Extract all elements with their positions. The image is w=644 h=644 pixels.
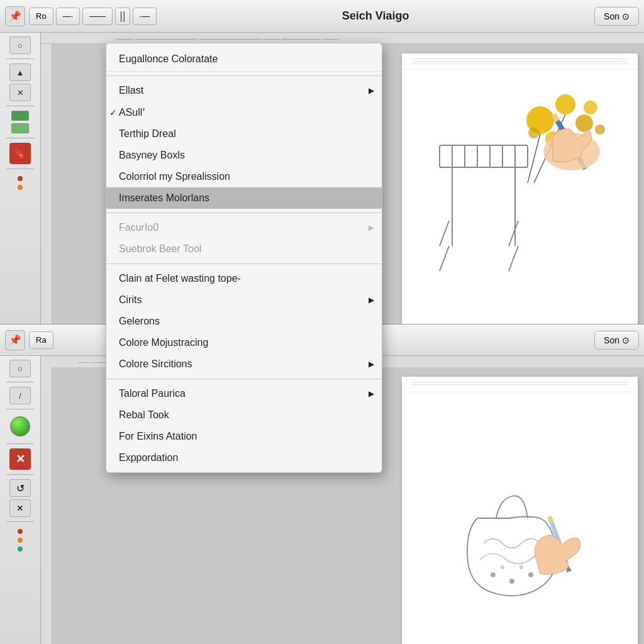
menu-item-taloral[interactable]: Taloral Paurica ▶ bbox=[106, 383, 382, 404]
dot-orange bbox=[18, 185, 23, 190]
menu-header: Eugallonce Coloratate bbox=[106, 47, 382, 72]
delete-icon: ✕ bbox=[16, 503, 24, 513]
svg-line-7 bbox=[509, 246, 518, 271]
sidebar-divider-b5 bbox=[6, 521, 34, 522]
cirits-label: Cirits bbox=[119, 294, 142, 306]
menu-item-colore-sir[interactable]: Colore Sircitions ▶ bbox=[106, 353, 382, 375]
tool-ellipse-b[interactable]: ○ bbox=[9, 360, 31, 377]
colorriol-label: Colorriol my Sprealission bbox=[119, 171, 230, 182]
svg-point-34 bbox=[501, 565, 504, 569]
menu-section-header: Eugallonce Coloratate bbox=[106, 43, 382, 75]
line1-button[interactable]: —· bbox=[56, 8, 80, 25]
tool-pen-b[interactable]: / bbox=[9, 387, 31, 404]
undo-icon: ↺ bbox=[16, 482, 25, 494]
sidebar-divider-b3 bbox=[6, 443, 34, 444]
son-label-bottom: Son bbox=[604, 335, 619, 345]
menu-item-exppord[interactable]: Exppordation bbox=[106, 447, 382, 469]
badge-red-bottom[interactable]: ✕ bbox=[9, 448, 31, 470]
svg-line-8 bbox=[440, 221, 449, 246]
svg-point-21 bbox=[584, 101, 597, 114]
svg-point-22 bbox=[595, 125, 605, 135]
tool-ellipse[interactable]: ○ bbox=[9, 36, 31, 54]
menu-section-2: FacurIo0 ▶ Suebrok Beer Tool bbox=[106, 213, 382, 264]
arrow-button[interactable]: ·— bbox=[133, 8, 157, 25]
menu-item-rebal[interactable]: Rebal Took bbox=[106, 404, 382, 426]
menu-header-label: Eugallonce Coloratate bbox=[119, 53, 218, 65]
colore-sir-label: Colore Sircitions bbox=[119, 358, 192, 370]
cirits-arrow: ▶ bbox=[369, 296, 374, 304]
ro-button[interactable]: Ro bbox=[29, 8, 53, 25]
ruler-vertical-top bbox=[41, 44, 52, 324]
toolbar-controls-top: Ro —· —— || ·— bbox=[29, 8, 157, 25]
menu-item-colorriol[interactable]: Colorriol my Sprealission bbox=[106, 166, 382, 187]
line2-button[interactable]: —— bbox=[82, 8, 113, 25]
for-eixins-label: For Eixins Atation bbox=[119, 431, 197, 442]
toolbar-controls-bottom: Ra bbox=[29, 331, 53, 349]
white-canvas-bottom bbox=[402, 377, 638, 644]
colore-sir-arrow: ▶ bbox=[369, 360, 374, 369]
svg-point-15 bbox=[555, 94, 575, 114]
sidebar-divider-2 bbox=[6, 106, 34, 106]
sidebar-divider-b1 bbox=[6, 382, 34, 382]
dot-green-b bbox=[18, 547, 23, 552]
menu-item-ellast[interactable]: Ellast ▶ bbox=[106, 80, 382, 101]
menu-item-gelerons[interactable]: Gelerons bbox=[106, 311, 382, 332]
window-title-top: Seich Viaigo bbox=[160, 9, 591, 23]
triangle-icon: ▲ bbox=[16, 68, 25, 77]
menu-section-3: Clain at Felet wasting tope- Cirits ▶ Ge… bbox=[106, 264, 382, 379]
svg-line-23 bbox=[528, 134, 540, 183]
terthip-label: Terthip Dreal bbox=[119, 128, 176, 140]
tool-triangle[interactable]: ▲ bbox=[9, 64, 31, 81]
dot-orange-b bbox=[18, 538, 23, 543]
menu-item-imserates[interactable]: Imserates Molorlans bbox=[106, 187, 382, 209]
arrow-label: ·— bbox=[140, 11, 150, 21]
sidebar-bottom: ○ / ✕ ↺ ✕ bbox=[0, 356, 41, 644]
menu-item-asull[interactable]: ✓ ASullʼ bbox=[106, 101, 382, 123]
menu-item-for-eixins[interactable]: For Eixins Atation bbox=[106, 426, 382, 447]
color-swatch-green[interactable] bbox=[11, 111, 29, 121]
ro-label: Ro bbox=[36, 11, 47, 21]
svg-point-31 bbox=[491, 572, 496, 577]
top-titlebar: 📌 Ro —· —— || ·— Seich Viaigo Son ⊙ bbox=[0, 0, 644, 33]
pin-button-top[interactable]: 📌 bbox=[5, 6, 25, 26]
menu-item-colore-moj[interactable]: Colore Mojustracing bbox=[106, 332, 382, 353]
color-swatch-green-light[interactable] bbox=[11, 123, 29, 133]
line1-label: —· bbox=[63, 11, 74, 21]
pause-label: || bbox=[119, 9, 125, 23]
asull-label: ASullʼ bbox=[119, 106, 145, 118]
tool-undo[interactable]: ↺ bbox=[9, 479, 31, 497]
svg-text:——— ——————————— ——————————— ——: ——— ——————————— ——————————— ——— ——————— … bbox=[116, 36, 340, 42]
badge-icon: 🔖 bbox=[14, 148, 26, 160]
menu-item-suebrok: Suebrok Beer Tool bbox=[106, 238, 382, 260]
tool-cross[interactable]: ✕ bbox=[9, 84, 31, 101]
facurloo-label: FacurIo0 bbox=[119, 222, 158, 233]
son-label-top: Son bbox=[604, 11, 619, 21]
menu-section-4: Taloral Paurica ▶ Rebal Took For Eixins … bbox=[106, 379, 382, 472]
svg-point-20 bbox=[528, 127, 540, 138]
illustration-bottom bbox=[402, 392, 638, 638]
ra-button[interactable]: Ra bbox=[29, 331, 53, 349]
badge-red[interactable]: 🔖 bbox=[9, 143, 31, 164]
clain-label: Clain at Felet wasting tope- bbox=[119, 273, 241, 284]
son-icon-top: ⊙ bbox=[622, 11, 630, 21]
pin-button-bottom[interactable]: 📌 bbox=[5, 330, 25, 350]
pause-button[interactable]: || bbox=[115, 8, 130, 25]
asull-checkmark: ✓ bbox=[109, 108, 117, 118]
menu-item-clain[interactable]: Clain at Felet wasting tope- bbox=[106, 268, 382, 289]
son-button-top[interactable]: Son ⊙ bbox=[594, 7, 639, 26]
taloral-arrow: ▶ bbox=[369, 389, 374, 398]
menu-item-basyney[interactable]: Basyney Boxls bbox=[106, 145, 382, 166]
menu-item-cirits[interactable]: Cirits ▶ bbox=[106, 289, 382, 311]
color-ball-green[interactable] bbox=[10, 416, 30, 436]
dropdown-menu: Eugallonce Coloratate Ellast ▶ ✓ ASullʼ … bbox=[106, 43, 382, 473]
imserates-label: Imserates Molorlans bbox=[119, 192, 209, 204]
pen-icon-b: / bbox=[19, 391, 21, 401]
ellipse-icon-b: ○ bbox=[18, 364, 23, 374]
tool-delete[interactable]: ✕ bbox=[9, 499, 31, 517]
svg-point-33 bbox=[528, 572, 533, 577]
menu-item-terthip[interactable]: Terthip Dreal bbox=[106, 123, 382, 145]
cross-icon: ✕ bbox=[17, 88, 24, 97]
menu-section-1: Ellast ▶ ✓ ASullʼ Terthip Dreal Basyney … bbox=[106, 76, 382, 213]
dot-red bbox=[18, 176, 23, 181]
son-button-bottom[interactable]: Son ⊙ bbox=[594, 331, 639, 350]
